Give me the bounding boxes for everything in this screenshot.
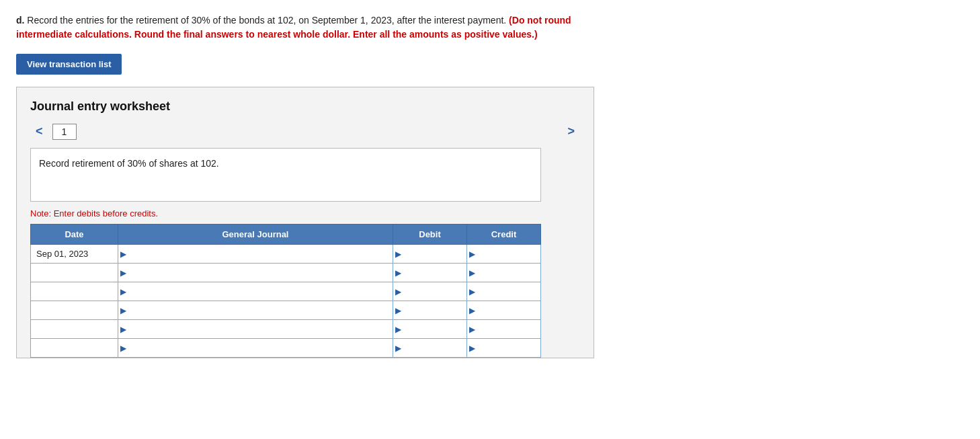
instruction-main: Record the entries for the retirement of… bbox=[24, 15, 506, 26]
table-row: Sep 01, 2023▶▶▶ bbox=[31, 245, 541, 264]
journal-entry-table: Date General Journal Debit Credit Sep 01… bbox=[30, 224, 541, 358]
debit-cell[interactable]: ▶ bbox=[393, 282, 467, 301]
journal-input[interactable] bbox=[121, 282, 393, 301]
debit-input[interactable] bbox=[396, 264, 466, 282]
credit-input[interactable] bbox=[470, 339, 540, 357]
debit-arrow-icon: ▶ bbox=[395, 268, 401, 278]
debit-cell[interactable]: ▶ bbox=[393, 320, 467, 339]
journal-cell[interactable]: ▶ bbox=[118, 264, 393, 282]
page-navigation: < 1 > bbox=[30, 123, 580, 140]
credit-input[interactable] bbox=[470, 282, 540, 301]
col-header-credit: Credit bbox=[467, 225, 541, 245]
journal-input[interactable] bbox=[121, 339, 393, 357]
col-header-debit: Debit bbox=[393, 225, 467, 245]
view-transaction-button[interactable]: View transaction list bbox=[16, 54, 122, 75]
prev-page-button[interactable]: < bbox=[30, 123, 48, 140]
credit-arrow-icon: ▶ bbox=[469, 249, 475, 259]
credit-cell[interactable]: ▶ bbox=[467, 301, 541, 320]
credit-cell[interactable]: ▶ bbox=[467, 264, 541, 282]
credit-cell[interactable]: ▶ bbox=[467, 282, 541, 301]
debit-input[interactable] bbox=[396, 339, 466, 357]
debit-cell[interactable]: ▶ bbox=[393, 245, 467, 264]
col-header-journal: General Journal bbox=[118, 225, 393, 245]
credit-input[interactable] bbox=[470, 264, 540, 282]
date-cell bbox=[31, 282, 118, 301]
debit-input[interactable] bbox=[396, 245, 466, 263]
credit-arrow-icon: ▶ bbox=[469, 325, 475, 334]
current-page-box: 1 bbox=[52, 124, 77, 140]
debit-input[interactable] bbox=[396, 282, 466, 301]
entry-description: Record retirement of 30% of shares at 10… bbox=[30, 148, 541, 202]
table-row: ▶▶▶ bbox=[31, 282, 541, 301]
journal-input[interactable] bbox=[121, 320, 393, 338]
credit-cell[interactable]: ▶ bbox=[467, 339, 541, 358]
journal-cell[interactable]: ▶ bbox=[118, 245, 393, 264]
journal-arrow-icon: ▶ bbox=[120, 268, 126, 278]
debit-arrow-icon: ▶ bbox=[395, 287, 401, 296]
date-cell bbox=[31, 264, 118, 282]
journal-cell[interactable]: ▶ bbox=[118, 339, 393, 358]
credit-cell[interactable]: ▶ bbox=[467, 320, 541, 339]
journal-arrow-icon: ▶ bbox=[120, 344, 126, 353]
credit-input[interactable] bbox=[470, 320, 540, 338]
date-cell: Sep 01, 2023 bbox=[31, 245, 118, 264]
credit-arrow-icon: ▶ bbox=[469, 306, 475, 315]
debit-arrow-icon: ▶ bbox=[395, 249, 401, 259]
debit-arrow-icon: ▶ bbox=[395, 325, 401, 334]
journal-arrow-icon: ▶ bbox=[120, 249, 126, 259]
debit-cell[interactable]: ▶ bbox=[393, 301, 467, 320]
journal-input[interactable] bbox=[121, 245, 393, 263]
journal-arrow-icon: ▶ bbox=[120, 287, 126, 296]
debit-arrow-icon: ▶ bbox=[395, 306, 401, 315]
date-cell bbox=[31, 339, 118, 358]
table-row: ▶▶▶ bbox=[31, 339, 541, 358]
table-row: ▶▶▶ bbox=[31, 320, 541, 339]
instruction-prefix: d. bbox=[16, 15, 24, 26]
journal-cell[interactable]: ▶ bbox=[118, 301, 393, 320]
credit-input[interactable] bbox=[470, 301, 540, 319]
journal-arrow-icon: ▶ bbox=[120, 325, 126, 334]
credit-arrow-icon: ▶ bbox=[469, 268, 475, 278]
credit-arrow-icon: ▶ bbox=[469, 344, 475, 353]
credit-input[interactable] bbox=[470, 245, 540, 263]
table-row: ▶▶▶ bbox=[31, 264, 541, 282]
debit-input[interactable] bbox=[396, 320, 466, 338]
journal-cell[interactable]: ▶ bbox=[118, 282, 393, 301]
journal-input[interactable] bbox=[121, 301, 393, 319]
journal-entry-worksheet: Journal entry worksheet < 1 > Record ret… bbox=[16, 87, 594, 358]
journal-cell[interactable]: ▶ bbox=[118, 320, 393, 339]
debit-input[interactable] bbox=[396, 301, 466, 319]
credit-cell[interactable]: ▶ bbox=[467, 245, 541, 264]
journal-input[interactable] bbox=[121, 264, 393, 282]
date-cell bbox=[31, 320, 118, 339]
debit-cell[interactable]: ▶ bbox=[393, 264, 467, 282]
debit-cell[interactable]: ▶ bbox=[393, 339, 467, 358]
credit-arrow-icon: ▶ bbox=[469, 287, 475, 296]
next-page-button[interactable]: > bbox=[562, 123, 580, 140]
journal-arrow-icon: ▶ bbox=[120, 306, 126, 315]
date-cell bbox=[31, 301, 118, 320]
note-text: Note: Enter debits before credits. bbox=[30, 208, 580, 218]
worksheet-title: Journal entry worksheet bbox=[30, 99, 580, 114]
col-header-date: Date bbox=[31, 225, 118, 245]
debit-arrow-icon: ▶ bbox=[395, 344, 401, 353]
instruction-paragraph: d. Record the entries for the retirement… bbox=[16, 13, 594, 42]
table-row: ▶▶▶ bbox=[31, 301, 541, 320]
